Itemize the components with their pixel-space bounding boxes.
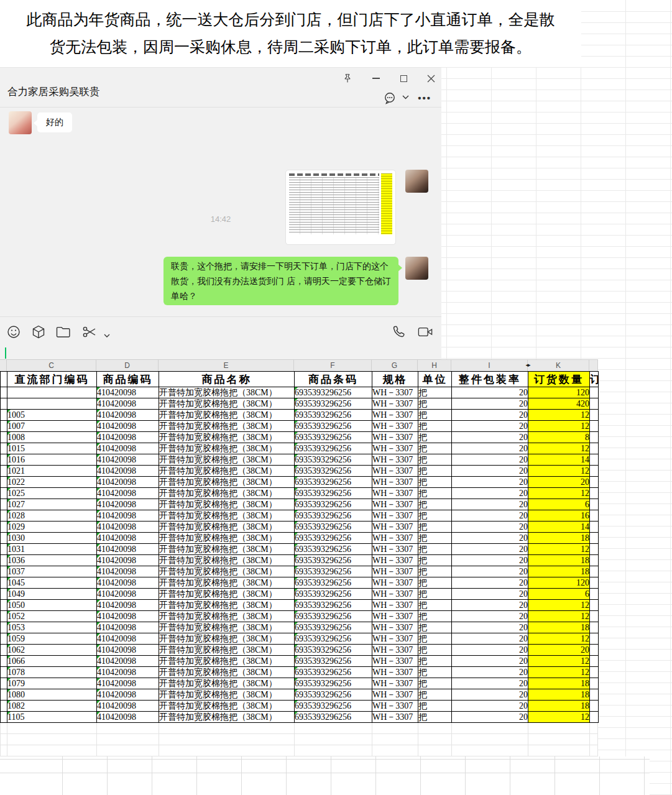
cell-unit[interactable]: 把 (418, 510, 452, 522)
cell-product-code[interactable]: 410420098 (97, 510, 159, 522)
cell-pack-rate[interactable]: 20 (452, 410, 528, 421)
cell-unit[interactable]: 把 (418, 398, 452, 410)
cell-next-partial[interactable] (590, 701, 599, 712)
cell-barcode[interactable]: 6935393296256 (295, 477, 372, 488)
cell-next-partial[interactable] (590, 432, 599, 443)
cell-product-code[interactable]: 410420098 (97, 600, 159, 611)
video-call-icon[interactable] (418, 324, 433, 339)
cell-order-qty[interactable]: 18 (528, 622, 590, 633)
cell-dept-code[interactable]: 1027 (7, 499, 97, 510)
cell-product-name[interactable]: 开普特加宽胶棉拖把（38CM） (159, 555, 295, 566)
cell-product-code[interactable]: 410420098 (97, 678, 159, 689)
cell-barcode[interactable]: 6935393296256 (295, 443, 372, 454)
cell-dept-code[interactable]: 1078 (7, 667, 97, 678)
cell-dept-code[interactable]: 1059 (7, 633, 97, 645)
screenshot-scissors-icon[interactable] (82, 324, 97, 339)
cell-product-code[interactable]: 410420098 (97, 689, 159, 701)
header-product-code[interactable]: 商品编码 (97, 372, 159, 387)
column-letter-h[interactable]: H (418, 360, 451, 371)
cell-spec[interactable]: WH－3307 (372, 656, 418, 667)
cell-barcode[interactable]: 6935393296256 (295, 522, 372, 533)
cell-dept-code[interactable]: 1082 (7, 701, 97, 712)
cell-unit[interactable]: 把 (418, 466, 452, 477)
cell-order-qty[interactable]: 6 (528, 589, 590, 600)
cell-product-name[interactable]: 开普特加宽胶棉拖把（38CM） (159, 432, 295, 443)
cell-pack-rate[interactable]: 20 (452, 533, 528, 544)
cell-product-code[interactable]: 410420098 (97, 499, 159, 510)
cell-unit[interactable]: 把 (418, 701, 452, 712)
cell-spec[interactable]: WH－3307 (372, 510, 418, 522)
cell-unit[interactable]: 把 (418, 667, 452, 678)
cell-order-qty[interactable]: 12 (528, 712, 590, 723)
folder-icon[interactable] (56, 324, 71, 339)
cell-barcode[interactable]: 6935393296256 (295, 499, 372, 510)
cell-spec[interactable]: WH－3307 (372, 477, 418, 488)
cell-product-code[interactable]: 410420098 (97, 488, 159, 499)
cell-dept-code[interactable]: 1008 (7, 432, 97, 443)
cell-dept-code[interactable]: 1045 (7, 577, 97, 589)
cell-product-code[interactable]: 410420098 (97, 522, 159, 533)
cell-barcode[interactable]: 6935393296256 (295, 488, 372, 499)
cell-order-qty[interactable]: 12 (528, 544, 590, 555)
cell-next-partial[interactable] (590, 589, 599, 600)
cell-order-qty[interactable]: 18 (528, 533, 590, 544)
cell-next-partial[interactable] (590, 645, 599, 656)
cell-barcode[interactable]: 6935393296256 (295, 656, 372, 667)
maximize-button[interactable] (398, 73, 409, 84)
cell-unit[interactable]: 把 (418, 533, 452, 544)
cell-spec[interactable]: WH－3307 (372, 566, 418, 577)
cell-order-qty[interactable]: 18 (528, 555, 590, 566)
chat-mode-icon[interactable] (383, 91, 397, 105)
cell-spec[interactable]: WH－3307 (372, 577, 418, 589)
cell-unit[interactable]: 把 (418, 577, 452, 589)
cell-unit[interactable]: 把 (418, 622, 452, 633)
cell-unit[interactable]: 把 (418, 600, 452, 611)
cell-pack-rate[interactable]: 20 (452, 712, 528, 723)
cell-sliver[interactable] (1, 622, 7, 633)
cell-product-name[interactable]: 开普特加宽胶棉拖把（38CM） (159, 454, 295, 466)
cell-product-code[interactable]: 410420098 (97, 477, 159, 488)
cell-spec[interactable]: WH－3307 (372, 611, 418, 622)
cell-dept-code[interactable]: 1079 (7, 678, 97, 689)
cell-pack-rate[interactable]: 20 (452, 600, 528, 611)
cell-product-name[interactable]: 开普特加宽胶棉拖把（38CM） (159, 410, 295, 421)
cell-sliver[interactable] (1, 398, 7, 410)
cell-order-qty[interactable]: 14 (528, 522, 590, 533)
cell-sliver[interactable] (1, 689, 7, 701)
cell-pack-rate[interactable]: 20 (452, 701, 528, 712)
cell-unit[interactable]: 把 (418, 432, 452, 443)
cell-barcode[interactable]: 6935393296256 (295, 432, 372, 443)
cell-product-name[interactable]: 开普特加宽胶棉拖把（38CM） (159, 387, 295, 398)
cell-product-name[interactable]: 开普特加宽胶棉拖把（38CM） (159, 622, 295, 633)
cell-product-code[interactable]: 410420098 (97, 645, 159, 656)
cell-product-name[interactable]: 开普特加宽胶棉拖把（38CM） (159, 466, 295, 477)
cell-product-name[interactable]: 开普特加宽胶棉拖把（38CM） (159, 645, 295, 656)
cell-product-name[interactable]: 开普特加宽胶棉拖把（38CM） (159, 611, 295, 622)
cell-next-partial[interactable] (590, 555, 599, 566)
cell-next-partial[interactable] (590, 499, 599, 510)
cell-product-name[interactable]: 开普特加宽胶棉拖把（38CM） (159, 712, 295, 723)
cell-unit[interactable]: 把 (418, 689, 452, 701)
cell-unit[interactable]: 把 (418, 611, 452, 622)
header-pack-rate[interactable]: 整件包装率 (452, 372, 528, 387)
cell-unit[interactable]: 把 (418, 387, 452, 398)
cell-product-code[interactable]: 410420098 (97, 633, 159, 645)
cell-order-qty[interactable]: 8 (528, 432, 590, 443)
cell-product-code[interactable]: 410420098 (97, 656, 159, 667)
cell-order-qty[interactable]: 120 (528, 387, 590, 398)
cell-barcode[interactable]: 6935393296256 (295, 622, 372, 633)
cell-spec[interactable]: WH－3307 (372, 488, 418, 499)
cell-product-name[interactable]: 开普特加宽胶棉拖把（38CM） (159, 398, 295, 410)
cell-order-qty[interactable]: 18 (528, 689, 590, 701)
cell-sliver[interactable] (1, 633, 7, 645)
cell-spec[interactable]: WH－3307 (372, 387, 418, 398)
column-letter-sliver[interactable] (0, 360, 7, 371)
cell-sliver[interactable] (1, 645, 7, 656)
cell-next-partial[interactable] (590, 387, 599, 398)
cell-order-qty[interactable]: 12 (528, 633, 590, 645)
cell-spec[interactable]: WH－3307 (372, 398, 418, 410)
cell-spec[interactable]: WH－3307 (372, 589, 418, 600)
voice-call-icon[interactable] (392, 324, 407, 339)
cell-product-code[interactable]: 410420098 (97, 454, 159, 466)
cell-next-partial[interactable] (590, 410, 599, 421)
